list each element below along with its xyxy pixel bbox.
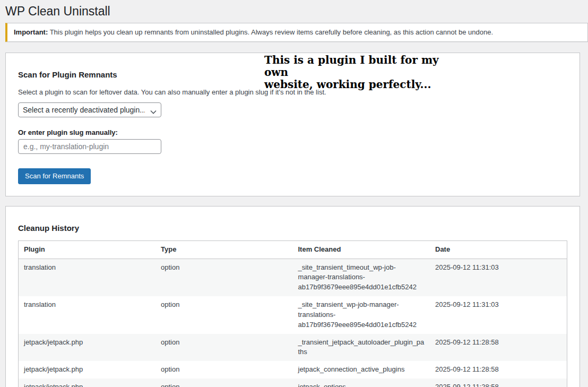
cell-item-cleaned: _site_transient_timeout_wp-job-manager-t… [293,259,430,296]
scan-card: This is a plugin I built for my own webs… [5,53,580,196]
column-header-date: Date [430,240,567,259]
column-header-plugin: Plugin [19,240,156,259]
cell-type: option [155,379,293,387]
notice-text: Important: This plugin helps you clean u… [14,28,581,37]
notice-body-text: This plugin helps you clean up remnants … [50,28,493,36]
cell-plugin: jetpack/jetpack.php [19,379,156,387]
cell-item-cleaned: jetpack_connection_active_plugins [293,361,430,379]
table-row: jetpack/jetpack.phpoptionjetpack_connect… [19,361,567,379]
history-table-body: translationoption_site_transient_timeout… [19,259,567,387]
cell-plugin: jetpack/jetpack.php [19,334,156,362]
cell-type: option [155,334,293,362]
cell-item-cleaned: _transient_jetpack_autoloader_plugin_pat… [293,334,430,362]
table-row: jetpack/jetpack.phpoption_transient_jetp… [19,334,567,362]
column-header-type: Type [155,240,293,259]
scan-button[interactable]: Scan for Remnants [18,168,91,184]
cell-type: option [155,296,293,334]
slug-input[interactable] [18,139,161,154]
table-row: translationoption_site_transient_timeout… [19,259,567,296]
table-row: translationoption_site_transient_wp-job-… [19,296,567,334]
cell-plugin: translation [19,259,156,296]
table-row: jetpack/jetpack.phpoptionjetpack_options… [19,379,567,387]
column-header-item-cleaned: Item Cleaned [293,240,430,259]
admin-content: WP Clean Uninstall Important: This plugi… [5,0,588,387]
history-card: Cleanup History PluginTypeItem CleanedDa… [5,206,580,387]
cell-type: option [155,361,293,379]
annotation-text: This is a plugin I built for my own webs… [264,54,447,91]
important-notice: Important: This plugin helps you clean u… [5,23,588,42]
history-card-title: Cleanup History [18,223,567,233]
history-table: PluginTypeItem CleanedDate translationop… [18,240,567,387]
cell-date: 2025-09-12 11:28:58 [430,379,567,387]
annotation-line-2: website, working perfectly... [264,79,447,91]
cell-date: 2025-09-12 11:31:03 [430,296,567,334]
table-header-row: PluginTypeItem CleanedDate [19,240,567,259]
plugin-select-wrap: Select a recently deactivated plugin... [18,102,161,117]
cell-date: 2025-09-12 11:31:03 [430,259,567,296]
annotation-line-1: This is a plugin I built for my own [264,54,447,79]
cell-date: 2025-09-12 11:28:58 [430,361,567,379]
notice-strong-label: Important: [14,28,48,36]
cell-item-cleaned: _site_transient_wp-job-manager-translati… [293,296,430,334]
slug-label: Or enter plugin slug manually: [18,128,567,136]
page-title: WP Clean Uninstall [5,0,588,20]
cell-date: 2025-09-12 11:28:58 [430,334,567,362]
cell-type: option [155,259,293,296]
cell-item-cleaned: jetpack_options [293,379,430,387]
cell-plugin: jetpack/jetpack.php [19,361,156,379]
cell-plugin: translation [19,296,156,334]
plugin-select[interactable]: Select a recently deactivated plugin... [18,102,161,117]
